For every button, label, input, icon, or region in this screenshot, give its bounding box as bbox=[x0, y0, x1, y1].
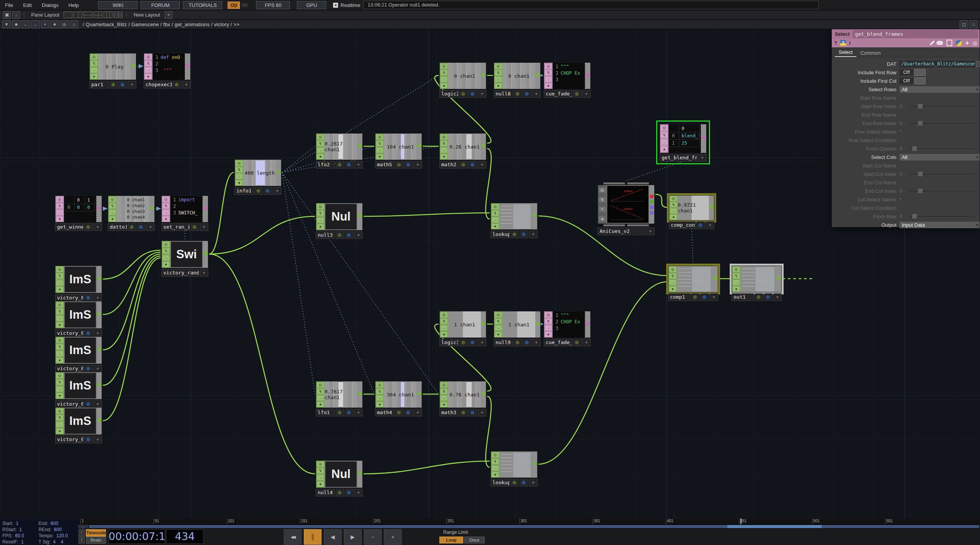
bypass-flag-icon[interactable]: ↯ bbox=[376, 388, 384, 395]
node-chopexec1[interactable]: ◎↯→●1def onO23 """chopexec1+ bbox=[144, 53, 191, 89]
stop-playback-icon[interactable]: ■ bbox=[12, 20, 20, 28]
node-cue_fade_in[interactable]: ◎↯→●1"""2CHOP Ex3cue_fade_in+ bbox=[544, 62, 591, 98]
node-expand-button[interactable]: + bbox=[478, 409, 486, 416]
output-connector[interactable] bbox=[358, 471, 362, 475]
pane-preset-icon[interactable] bbox=[94, 12, 102, 18]
lock-flag-icon[interactable]: ● bbox=[56, 428, 64, 434]
export-flag-icon[interactable]: → bbox=[440, 325, 448, 331]
pane-split-icon[interactable]: ◫ bbox=[960, 20, 968, 28]
node-comp_control[interactable]: ◎↯→●0.9721 chan1comp_control+ bbox=[669, 195, 714, 229]
lock-flag-icon[interactable]: ● bbox=[732, 286, 740, 292]
node-name[interactable]: get_winner bbox=[55, 223, 84, 231]
output-connector[interactable] bbox=[417, 144, 421, 147]
fps-button[interactable]: FPS 60 bbox=[256, 1, 290, 9]
node-name[interactable]: math2 bbox=[439, 161, 459, 169]
node-out1[interactable]: ◎↯→●out1+ bbox=[732, 266, 782, 301]
output-connector[interactable] bbox=[417, 392, 421, 395]
new-layout-add-button[interactable]: + bbox=[165, 11, 173, 19]
output-connector[interactable] bbox=[150, 206, 154, 210]
maximize-pane-icon[interactable]: ▣ bbox=[3, 11, 11, 19]
param-slider[interactable] bbox=[910, 149, 974, 149]
node-expand-button[interactable]: + bbox=[710, 293, 718, 301]
node-flag-dot[interactable] bbox=[137, 223, 146, 231]
bypass-flag-icon[interactable]: ↯ bbox=[440, 140, 448, 147]
node-flag-dot[interactable] bbox=[514, 90, 522, 98]
param-slider-handle[interactable] bbox=[918, 104, 923, 109]
viewer-flag-icon[interactable]: ◎ bbox=[670, 196, 677, 202]
node-name[interactable]: null9 bbox=[494, 339, 513, 346]
lock-flag-icon[interactable]: ● bbox=[317, 224, 324, 230]
bypass-flag-icon[interactable]: ↯ bbox=[440, 318, 448, 324]
export-flag-icon[interactable]: → bbox=[56, 386, 64, 392]
node-name[interactable]: chopexec1 bbox=[144, 81, 172, 89]
node-flag-dot[interactable] bbox=[469, 90, 477, 98]
node-flag-dot[interactable] bbox=[84, 294, 93, 302]
node-cue_fade_out[interactable]: ◎↯→●1"""2CHOP Ex3cue_fade_out+ bbox=[544, 311, 591, 346]
export-flag-icon[interactable]: → bbox=[670, 208, 677, 214]
bypass-flag-icon[interactable]: ↯ bbox=[56, 344, 64, 350]
home-network-icon[interactable]: ⌂ bbox=[70, 20, 78, 28]
viewer-flag-icon[interactable]: ◎ bbox=[56, 196, 64, 202]
export-flag-icon[interactable]: → bbox=[56, 351, 64, 357]
output-connector[interactable] bbox=[482, 392, 485, 395]
scrollbar-view-region[interactable] bbox=[727, 525, 822, 528]
back-arrow-icon[interactable]: ← bbox=[22, 20, 30, 28]
breadcrumb[interactable]: / Quarterback_Blitz / Gamescene / fbx / … bbox=[83, 22, 240, 27]
bypass-flag-icon[interactable]: ↯ bbox=[317, 210, 324, 216]
lock-flag-icon[interactable]: ● bbox=[162, 216, 170, 222]
output-connector[interactable] bbox=[650, 206, 653, 209]
param-slider[interactable] bbox=[910, 123, 974, 124]
timeline-marker-button[interactable]: I bbox=[79, 537, 85, 543]
export-flag-icon[interactable]: × bbox=[598, 206, 606, 212]
copy-parameters-icon[interactable] bbox=[946, 40, 952, 46]
scrollbar-track[interactable] bbox=[89, 525, 979, 528]
export-flag-icon[interactable]: → bbox=[56, 209, 64, 216]
node-victory_005[interactable]: ◎↯→●ImSvictory_005+ bbox=[55, 372, 102, 408]
menu-help[interactable]: Help bbox=[64, 2, 84, 8]
node-flag-dot[interactable] bbox=[128, 223, 136, 231]
output-connector[interactable] bbox=[702, 136, 705, 139]
param-dropdown-output[interactable]: Input Data▾ bbox=[900, 222, 980, 228]
node-null8[interactable]: ◎↯→●0 chan1null8+ bbox=[494, 62, 541, 98]
bypass-flag-icon[interactable]: ↯ bbox=[162, 203, 170, 209]
timeline-scrollbar[interactable]: ... bbox=[78, 525, 980, 528]
bypass-flag-icon[interactable]: ↯ bbox=[317, 140, 324, 147]
once-button[interactable]: Once bbox=[464, 537, 485, 543]
node-flag-dot[interactable] bbox=[345, 489, 353, 497]
node-name[interactable]: victory_001b bbox=[55, 329, 84, 337]
param-dropdown-select-rows[interactable]: All▾ bbox=[900, 86, 980, 93]
export-flag-icon[interactable]: → bbox=[491, 217, 499, 223]
node-AniCues_v2[interactable]: ◎↯×●chan1chan1AniCues_v2+ bbox=[598, 182, 655, 235]
output-connector[interactable] bbox=[586, 322, 590, 325]
lock-flag-icon[interactable]: ● bbox=[56, 322, 64, 328]
node-flag-dot[interactable] bbox=[764, 293, 772, 301]
node-flag-dot[interactable] bbox=[511, 479, 519, 486]
lock-flag-icon[interactable]: ● bbox=[440, 331, 448, 338]
node-name[interactable]: victory_006 bbox=[55, 436, 84, 443]
bypass-flag-icon[interactable]: ↯ bbox=[162, 248, 170, 254]
node-flag-dot[interactable] bbox=[755, 293, 763, 301]
gpu-button[interactable]: GPU bbox=[297, 1, 326, 9]
node-logic3[interactable]: ◎↯→●1 chan1logic3+ bbox=[439, 311, 486, 346]
param-slider-handle[interactable] bbox=[918, 121, 923, 125]
node-flag-dot[interactable] bbox=[514, 339, 522, 346]
global-scope-icon[interactable]: ◎ bbox=[973, 40, 977, 46]
output-connector[interactable] bbox=[586, 73, 590, 77]
timeline-ruler[interactable]: 151101151201251301351401451501551 bbox=[78, 518, 980, 525]
lock-flag-icon[interactable]: ● bbox=[109, 216, 116, 222]
node-name[interactable]: math5 bbox=[375, 161, 394, 169]
menu-file[interactable]: File bbox=[0, 2, 18, 8]
python-help-icon[interactable]: ? bbox=[840, 40, 846, 46]
lock-flag-icon[interactable]: ● bbox=[598, 216, 606, 222]
export-flag-icon[interactable]: → bbox=[376, 395, 384, 401]
param-slider-handle[interactable] bbox=[912, 146, 917, 151]
export-flag-icon[interactable]: → bbox=[109, 209, 116, 216]
viewer-flag-icon[interactable]: ◎ bbox=[732, 266, 740, 272]
node-name[interactable]: victory_random bbox=[161, 269, 199, 277]
lock-flag-icon[interactable]: ● bbox=[56, 357, 64, 363]
menu-edit[interactable]: Edit bbox=[18, 2, 37, 8]
lock-flag-icon[interactable]: ● bbox=[544, 83, 552, 89]
node-expand-button[interactable]: + bbox=[414, 161, 422, 169]
node-flag-dot[interactable] bbox=[336, 409, 344, 416]
output-connector[interactable] bbox=[97, 312, 101, 316]
